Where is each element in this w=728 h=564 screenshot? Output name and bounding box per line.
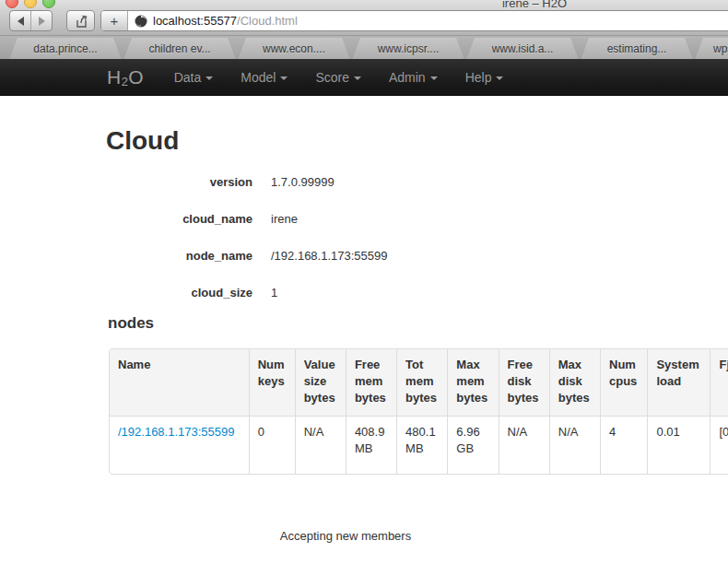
back-arrow-icon <box>18 17 24 26</box>
prop-value-node-name: /192.168.1.173:55599 <box>271 249 388 264</box>
nodes-table-container: Name Num keys Value size bytes Free mem … <box>109 348 728 475</box>
nodes-table: Name Num keys Value size bytes Free mem … <box>109 348 728 475</box>
table-row: /192.168.1.173:55599 0 N/A 408.9 MB 480.… <box>110 416 728 474</box>
column-header-num-keys: Num keys <box>249 349 295 416</box>
history-nav-group <box>9 10 53 31</box>
prop-value-cloud-name: irene <box>271 212 298 227</box>
menu-score[interactable]: Score <box>301 59 375 96</box>
column-header-max-mem: Max mem bytes <box>447 349 498 416</box>
prop-value-version: 1.7.0.99999 <box>271 175 335 190</box>
tab-wps[interactable]: wps <box>695 38 728 60</box>
caret-down-icon <box>280 76 288 80</box>
site-favicon-icon <box>135 15 147 28</box>
h2o-brand-logo[interactable]: H₂O <box>107 66 144 88</box>
prop-label-cloud-name: cloud_name <box>106 212 252 227</box>
column-header-free-disk: Free disk bytes <box>499 349 549 416</box>
tabs-strip: data.prince... children ev... www.econ..… <box>9 38 728 60</box>
column-header-max-disk: Max disk bytes <box>549 349 600 416</box>
address-bar[interactable]: + localhost:55577/Cloud.html <box>100 10 728 31</box>
minimize-window-button[interactable] <box>24 0 37 8</box>
tab-bar: data.prince... children ev... www.econ..… <box>0 35 728 59</box>
window-title: irene – H2O <box>442 0 627 10</box>
menu-model[interactable]: Model <box>227 59 301 96</box>
new-tab-button[interactable]: + <box>101 11 128 30</box>
tab-www-isid[interactable]: www.isid.a... <box>466 38 579 60</box>
prop-label-version: version <box>106 175 252 190</box>
app-navbar: H₂O Data Model Score Admin Help <box>0 59 728 96</box>
prop-label-cloud-size: cloud_size <box>106 286 252 300</box>
cell-system-load: 0.01 <box>647 416 710 474</box>
cell-tot-mem: 480.1 MB <box>396 416 447 474</box>
caret-down-icon <box>205 76 213 80</box>
browser-toolbar: irene – H2O + localhost:55577/Cloud.html <box>0 0 728 36</box>
share-icon <box>74 14 88 29</box>
cell-num-cpus: 4 <box>600 416 647 474</box>
share-button[interactable] <box>66 10 95 31</box>
tab-data-prince[interactable]: data.prince... <box>9 38 122 60</box>
column-header-tot-mem: Tot mem bytes <box>396 349 447 416</box>
close-window-button[interactable] <box>6 0 18 8</box>
cell-max-mem: 6.96 GB <box>447 416 498 474</box>
column-header-fj-threads: Fj t <box>710 349 728 416</box>
url-host: localhost:55577 <box>153 14 237 28</box>
page-title: Cloud <box>106 126 179 156</box>
forward-button[interactable] <box>31 11 52 30</box>
back-button[interactable] <box>10 11 31 30</box>
caret-down-icon <box>354 76 361 80</box>
menu-data[interactable]: Data <box>160 59 228 96</box>
url-path: /Cloud.html <box>237 14 298 28</box>
forward-arrow-icon <box>39 17 45 26</box>
column-header-free-mem: Free mem bytes <box>346 349 396 416</box>
url-text: localhost:55577/Cloud.html <box>153 14 298 28</box>
caret-down-icon <box>430 76 438 80</box>
cell-free-disk: N/A <box>499 416 549 474</box>
menu-admin[interactable]: Admin <box>375 59 452 96</box>
navbar-menu: Data Model Score Admin Help <box>160 59 518 96</box>
page-content: Cloud version 1.7.0.99999 cloud_name ire… <box>0 96 728 564</box>
caret-down-icon <box>496 76 503 80</box>
cloud-status-text: Accepting new members <box>0 529 691 543</box>
column-header-value-size: Value size bytes <box>295 349 346 416</box>
table-header-row: Name Num keys Value size bytes Free mem … <box>110 349 728 416</box>
cell-num-keys: 0 <box>249 416 295 474</box>
menu-help[interactable]: Help <box>452 59 518 96</box>
prop-value-cloud-size: 1 <box>271 286 277 300</box>
tab-www-icpsr[interactable]: www.icpsr.... <box>352 38 464 60</box>
column-header-system-load: System load <box>647 349 710 416</box>
zoom-window-button[interactable] <box>42 0 55 8</box>
cell-free-mem: 408.9 MB <box>346 416 396 474</box>
tab-www-econ[interactable]: www.econ.... <box>238 38 350 60</box>
tab-children-ev[interactable]: children ev... <box>123 38 236 60</box>
nodes-heading: nodes <box>108 314 154 333</box>
prop-label-node-name: node_name <box>106 249 252 264</box>
cell-max-disk: N/A <box>549 416 600 474</box>
column-header-name: Name <box>110 349 249 416</box>
cell-value-size: N/A <box>295 416 346 474</box>
cell-node-name: /192.168.1.173:55599 <box>110 416 249 474</box>
cell-fj-threads: [0,0 <box>710 416 728 474</box>
url-field[interactable]: localhost:55577/Cloud.html <box>128 14 728 28</box>
column-header-num-cpus: Num cpus <box>600 349 647 416</box>
tab-estimating[interactable]: estimating... <box>581 38 693 60</box>
node-link[interactable]: /192.168.1.173:55599 <box>118 425 235 439</box>
